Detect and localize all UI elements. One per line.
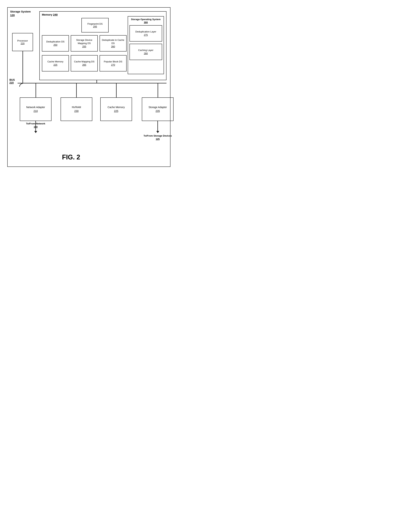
dedup-layer-number: 275 bbox=[144, 34, 148, 36]
cache-mapping-ds-number: 265 bbox=[82, 63, 86, 66]
cache-memory-bottom-number: 225 bbox=[114, 110, 118, 112]
storage-adapter-number: 235 bbox=[156, 110, 160, 112]
bus-to-network-adapter-line bbox=[36, 83, 36, 97]
cache-memory-bottom-text: Cache Memory bbox=[107, 106, 125, 109]
network-adapter-arrow-head bbox=[34, 131, 37, 133]
dedup-ds-box: Deduplication DS 250 bbox=[42, 35, 69, 52]
network-adapter-number: 210 bbox=[34, 110, 38, 112]
deduplicate-in-cache-ds-number: 260 bbox=[111, 45, 115, 48]
popular-block-ds-text: Popular Block DS bbox=[104, 60, 122, 63]
to-from-network-number: 150 bbox=[34, 126, 38, 128]
storage-adapter-arrow-line bbox=[158, 121, 158, 131]
nvram-number: 230 bbox=[74, 110, 79, 112]
bus-number: 215 bbox=[9, 81, 14, 84]
processor-number: 220 bbox=[21, 42, 25, 45]
cache-memory-number: 225 bbox=[53, 63, 58, 66]
cache-mapping-ds-box: Cache Mapping DS 265 bbox=[71, 55, 98, 71]
cache-memory-text: Cache Memory bbox=[47, 60, 63, 63]
to-from-network-text: To/From Network bbox=[26, 122, 45, 125]
cache-memory-bottom-container: Cache Memory 225 bbox=[100, 97, 132, 121]
storage-system-label: Storage System 120 bbox=[10, 10, 31, 17]
bus-to-cache-memory-line bbox=[116, 83, 117, 97]
cache-memory-box: Cache Memory 225 bbox=[42, 55, 69, 71]
processor-text: Processor bbox=[17, 39, 28, 42]
nvram-container: NVRAM 230 bbox=[60, 97, 92, 121]
storage-os-label: Storage Operating System 300 bbox=[129, 18, 162, 24]
caching-layer-number: 280 bbox=[144, 52, 148, 55]
popular-block-ds-number: 270 bbox=[111, 63, 115, 66]
dedup-ds-number: 250 bbox=[53, 44, 58, 46]
network-adapter-text: Network Adapter bbox=[26, 106, 45, 109]
dedup-ds-text: Deduplication DS bbox=[46, 40, 64, 43]
memory-row-2: Cache Memory 225 Cache Mapping DS 265 Po… bbox=[42, 55, 127, 71]
to-from-storage-text: To/From Storage Devices bbox=[144, 135, 172, 137]
to-from-storage-number: 125 bbox=[156, 138, 160, 140]
nvram-box: NVRAM 230 bbox=[60, 97, 92, 121]
caching-layer-box: Caching Layer 280 bbox=[129, 44, 162, 60]
fingerprint-ds-text: Fingerprint DS bbox=[87, 22, 103, 25]
storage-adapter-container: Storage Adapter 235 To/From Storage Devi… bbox=[142, 97, 173, 141]
storage-adapter-arrow-down bbox=[142, 121, 173, 133]
memory-label: Memory 240 bbox=[42, 13, 58, 16]
memory-number: 240 bbox=[53, 13, 58, 16]
cache-mapping-ds-text: Cache Mapping DS bbox=[74, 60, 95, 63]
to-from-network-label: To/From Network 150 bbox=[20, 122, 52, 129]
storage-device-mapping-ds-number: 255 bbox=[82, 45, 86, 48]
processor-box: Processor 220 bbox=[12, 33, 33, 51]
memory-row-1: Deduplication DS 250 Storage Device Mapp… bbox=[42, 35, 127, 52]
nvram-text: NVRAM bbox=[72, 106, 81, 109]
to-from-storage-label: To/From Storage Devices 125 bbox=[142, 134, 173, 141]
storage-os-text: Storage Operating System bbox=[131, 18, 160, 21]
storage-adapter-box: Storage Adapter 235 bbox=[142, 97, 173, 121]
bus-text: BUS bbox=[9, 78, 15, 81]
storage-device-mapping-ds-text: Storage Device Mapping DS bbox=[76, 39, 92, 45]
deduplicate-in-cache-ds-text: Deduplicate in Cache DS bbox=[102, 39, 124, 45]
dedup-layer-text: Deduplication Layer bbox=[135, 30, 156, 33]
memory-box: Memory 240 Fingerprint DS 245 Deduplicat… bbox=[39, 11, 166, 80]
storage-system-number: 120 bbox=[10, 14, 15, 17]
network-adapter-container: Network Adapter 210 To/From Network 150 bbox=[20, 97, 52, 129]
bus-line bbox=[18, 83, 166, 83]
storage-adapter-arrow-head bbox=[156, 131, 159, 133]
bus-arc-svg bbox=[16, 80, 23, 87]
deduplicate-in-cache-ds-box: Deduplicate in Cache DS 260 bbox=[100, 35, 127, 52]
bus-label: BUS 215 bbox=[9, 78, 15, 84]
processor-to-bus-line bbox=[22, 51, 23, 83]
caching-layer-text: Caching Layer bbox=[138, 49, 153, 52]
network-adapter-box: Network Adapter 210 bbox=[20, 97, 52, 121]
page: Storage System 120 Memory 240 Fingerprin… bbox=[2, 2, 176, 179]
memory-to-bus-line bbox=[97, 80, 97, 83]
fig-label-text: FIG. 2 bbox=[62, 153, 80, 161]
outer-box: Storage System 120 Memory 240 Fingerprin… bbox=[7, 7, 171, 167]
cache-memory-bottom-box: Cache Memory 225 bbox=[100, 97, 132, 121]
storage-device-mapping-ds-box: Storage Device Mapping DS 255 bbox=[71, 35, 98, 52]
storage-adapter-text: Storage Adapter bbox=[149, 106, 167, 109]
bus-to-nvram-line bbox=[76, 83, 77, 97]
dedup-layer-box: Deduplication Layer 275 bbox=[129, 25, 162, 42]
storage-system-text: Storage System bbox=[10, 10, 31, 13]
popular-block-ds-box: Popular Block DS 270 bbox=[100, 55, 127, 71]
storage-os-number: 300 bbox=[144, 21, 148, 24]
fig-label: FIG. 2 bbox=[62, 153, 80, 161]
fingerprint-ds-box: Fingerprint DS 245 bbox=[82, 18, 109, 32]
memory-text: Memory bbox=[42, 13, 52, 16]
storage-os-box: Storage Operating System 300 Deduplicati… bbox=[128, 16, 164, 74]
bus-to-storage-adapter-line bbox=[158, 83, 158, 97]
fingerprint-ds-number: 245 bbox=[93, 25, 97, 28]
